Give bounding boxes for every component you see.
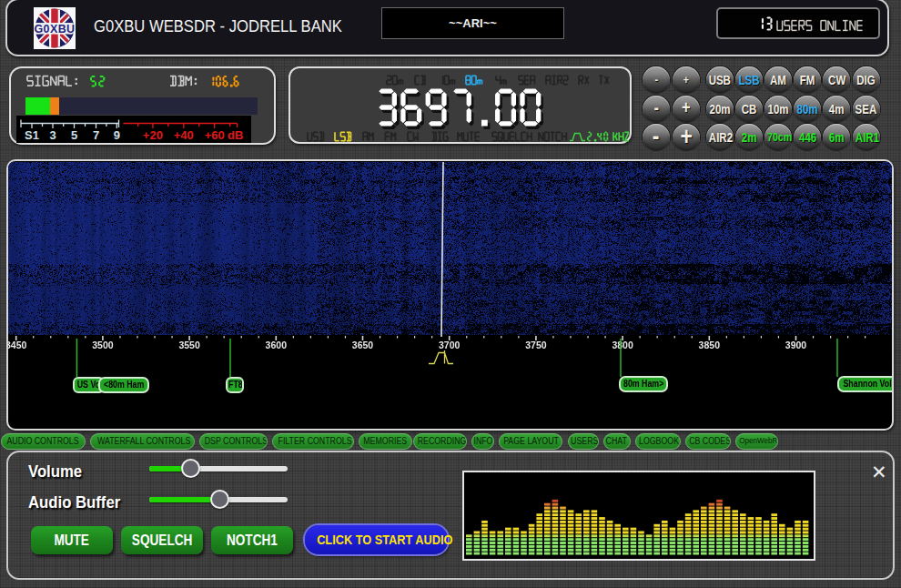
svg-text:+60: +60 bbox=[205, 128, 225, 142]
svg-text:3650: 3650 bbox=[352, 340, 374, 350]
svg-text:3: 3 bbox=[49, 128, 56, 142]
svg-text:3600: 3600 bbox=[266, 340, 288, 350]
svg-text:+20: +20 bbox=[143, 128, 163, 142]
svg-text:S1: S1 bbox=[25, 128, 39, 142]
svg-text:3900: 3900 bbox=[785, 340, 807, 350]
svg-text:3750: 3750 bbox=[525, 340, 547, 350]
svg-text:3450: 3450 bbox=[6, 340, 27, 350]
svg-text:G0XBU: G0XBU bbox=[34, 23, 75, 35]
svg-text:5: 5 bbox=[71, 128, 77, 142]
svg-text:3700: 3700 bbox=[439, 340, 461, 350]
svg-text:3800: 3800 bbox=[612, 340, 633, 350]
svg-text:9: 9 bbox=[114, 128, 120, 142]
svg-text:dB: dB bbox=[228, 128, 243, 142]
svg-text:3850: 3850 bbox=[699, 340, 721, 350]
svg-text:+40: +40 bbox=[174, 128, 194, 142]
svg-text:3500: 3500 bbox=[92, 340, 114, 350]
svg-text:7: 7 bbox=[93, 128, 99, 142]
svg-text:3550: 3550 bbox=[178, 340, 200, 350]
